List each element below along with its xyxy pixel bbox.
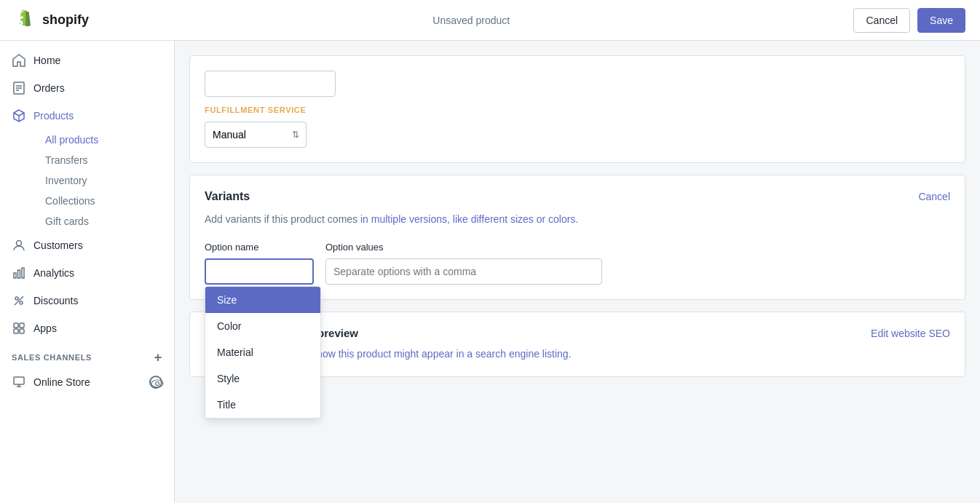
svg-point-7	[17, 241, 22, 246]
customers-icon	[12, 238, 26, 253]
svg-rect-16	[14, 329, 18, 333]
sales-channels-section: SALES CHANNELS +	[0, 342, 174, 367]
fulfillment-card: FULFILLMENT SERVICE Manual Custom ⇅	[189, 55, 965, 163]
sidebar-item-apps[interactable]: Apps	[0, 314, 174, 342]
sidebar-apps-label: Apps	[33, 322, 57, 334]
svg-rect-18	[14, 377, 24, 384]
apps-icon	[12, 321, 26, 336]
sidebar-item-home[interactable]: Home	[0, 47, 174, 74]
logo: shopify	[15, 9, 89, 31]
online-store-icon	[12, 373, 26, 390]
topbar-actions: Cancel Save	[853, 8, 965, 33]
option-values-input[interactable]	[325, 258, 602, 285]
dropdown-item-style[interactable]: Style	[205, 365, 320, 392]
online-store-left: Online Store	[12, 373, 90, 390]
sidebar-products-sub: All products Transfers Inventory Collect…	[0, 130, 174, 231]
sidebar-item-discounts[interactable]: Discounts	[0, 287, 174, 314]
svg-rect-15	[20, 323, 24, 328]
sidebar-analytics-label: Analytics	[33, 267, 74, 279]
variants-desc-highlight: in multiple versions, like different siz…	[360, 213, 578, 225]
analytics-icon	[12, 266, 26, 280]
sidebar-item-products[interactable]: Products	[0, 102, 174, 130]
sidebar-item-analytics[interactable]: Analytics	[0, 259, 174, 287]
page-title: Unsaved product	[432, 15, 510, 26]
dropdown-item-material[interactable]: Material	[205, 339, 320, 365]
sidebar-home-label: Home	[33, 55, 60, 66]
svg-rect-17	[20, 329, 24, 333]
dropdown-item-size[interactable]: Size	[205, 287, 320, 313]
discounts-icon	[12, 293, 26, 308]
sidebar-discounts-label: Discounts	[33, 295, 78, 306]
option-values-label: Option values	[325, 242, 602, 253]
seo-desc-highlight: how this product might appear in a searc…	[317, 348, 571, 360]
svg-rect-8	[14, 273, 16, 278]
svg-point-22	[156, 381, 159, 385]
online-store-row: Online Store	[0, 367, 174, 397]
fulfillment-input-wrap	[205, 71, 950, 97]
orders-icon	[12, 81, 26, 95]
save-button[interactable]: Save	[917, 8, 965, 33]
layout: Home Orders Products All products Transf…	[0, 41, 980, 503]
svg-line-5	[14, 113, 19, 116]
svg-rect-9	[18, 270, 20, 278]
products-icon	[12, 108, 26, 123]
sidebar-item-orders[interactable]: Orders	[0, 74, 174, 102]
home-icon	[12, 53, 26, 68]
svg-point-21	[151, 380, 163, 387]
variants-description: Add variants if this product comes in mu…	[205, 212, 950, 227]
option-values-group: Option values	[325, 242, 602, 285]
option-fields: Option name Size Color Material Style Ti…	[205, 242, 950, 285]
svg-rect-10	[22, 268, 24, 278]
add-sales-channel-icon[interactable]: +	[154, 351, 162, 364]
sidebar-products-label: Products	[33, 110, 74, 122]
online-store-label[interactable]: Online Store	[33, 376, 90, 388]
dropdown-item-title[interactable]: Title	[205, 392, 320, 418]
svg-point-12	[20, 301, 23, 304]
svg-point-11	[15, 297, 18, 300]
logo-text: shopify	[42, 12, 89, 28]
variants-cancel-link[interactable]: Cancel	[918, 191, 950, 202]
cancel-button[interactable]: Cancel	[853, 8, 910, 33]
fulfillment-select[interactable]: Manual Custom	[205, 122, 307, 148]
sku-input[interactable]	[205, 71, 336, 97]
main-content: FULFILLMENT SERVICE Manual Custom ⇅ Vari…	[175, 41, 980, 503]
sales-channels-label: SALES CHANNELS	[12, 353, 92, 362]
option-name-label: Option name	[205, 242, 314, 253]
sidebar-sub-gift-cards[interactable]: Gift cards	[33, 211, 174, 231]
sidebar-sub-inventory[interactable]: Inventory	[33, 170, 174, 191]
variants-title: Variants	[205, 190, 250, 203]
svg-rect-14	[14, 323, 18, 328]
option-name-input[interactable]	[205, 258, 314, 285]
variants-card: Variants Cancel Add variants if this pro…	[189, 175, 965, 300]
eye-icon[interactable]	[149, 376, 162, 389]
fulfillment-section-label: FULFILLMENT SERVICE	[205, 106, 950, 114]
option-name-dropdown: Size Color Material Style Title	[205, 286, 321, 419]
topbar: shopify Unsaved product Cancel Save	[0, 0, 980, 41]
seo-edit-link[interactable]: Edit website SEO	[871, 328, 950, 339]
sidebar: Home Orders Products All products Transf…	[0, 41, 175, 503]
sidebar-sub-collections[interactable]: Collections	[33, 191, 174, 211]
sidebar-orders-label: Orders	[33, 82, 65, 94]
dropdown-item-color[interactable]: Color	[205, 313, 320, 339]
shopify-logo-icon	[15, 9, 36, 31]
sidebar-sub-transfers[interactable]: Transfers	[33, 150, 174, 170]
fulfillment-select-wrap: Manual Custom ⇅	[205, 122, 307, 148]
svg-line-6	[19, 113, 24, 116]
sidebar-sub-all-products[interactable]: All products	[33, 130, 174, 150]
variants-header: Variants Cancel	[205, 190, 950, 203]
sidebar-customers-label: Customers	[33, 239, 83, 251]
option-name-group: Option name Size Color Material Style Ti…	[205, 242, 314, 285]
sidebar-item-customers[interactable]: Customers	[0, 231, 174, 259]
